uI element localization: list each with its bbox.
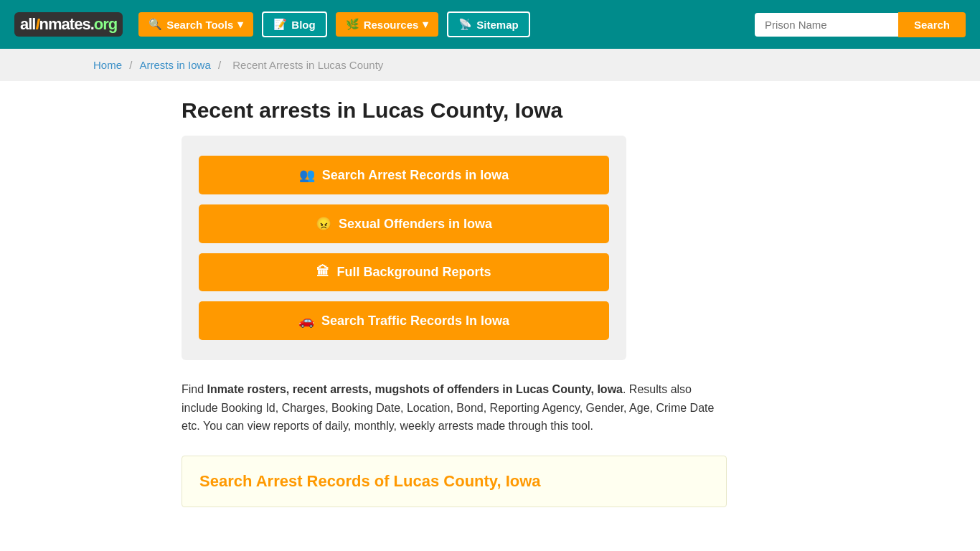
traffic-records-label: Search Traffic Records In Iowa [321, 314, 509, 329]
breadcrumb: Home / Arrests in Iowa / Recent Arrests … [0, 49, 980, 81]
chevron-down-icon-2: ▾ [423, 18, 428, 31]
prison-name-input[interactable] [755, 13, 898, 37]
sitemap-label: Sitemap [476, 19, 518, 31]
blog-button[interactable]: 📝 Blog [262, 11, 326, 37]
background-reports-icon: 🏛 [316, 265, 329, 280]
search-tools-button[interactable]: 🔍 Search Tools ▾ [138, 12, 253, 37]
resources-icon: 🌿 [346, 18, 359, 31]
background-reports-label: Full Background Reports [336, 265, 491, 280]
resources-button[interactable]: 🌿 Resources ▾ [336, 12, 439, 37]
page-title: Recent arrests in Lucas County, Iowa [182, 98, 798, 123]
traffic-records-button[interactable]: 🚗 Search Traffic Records In Iowa [199, 301, 609, 340]
header-search-button[interactable]: Search [898, 12, 966, 37]
bottom-heading: Search Arrest Records of Lucas County, I… [199, 472, 709, 491]
breadcrumb-arrests-iowa[interactable]: Arrests in Iowa [140, 59, 211, 71]
breadcrumb-current: Recent Arrests in Lucas County [232, 59, 383, 71]
logo[interactable]: allInmates.org [14, 12, 123, 37]
action-card: 👥 Search Arrest Records in Iowa 😠 Sexual… [182, 136, 626, 360]
chevron-down-icon: ▾ [237, 18, 243, 31]
breadcrumb-home[interactable]: Home [93, 59, 122, 71]
breadcrumb-sep-2: / [218, 59, 224, 71]
description-prefix: Find [182, 383, 207, 395]
background-reports-button[interactable]: 🏛 Full Background Reports [199, 253, 609, 291]
resources-label: Resources [364, 19, 419, 31]
search-tools-icon: 🔍 [149, 18, 162, 31]
logo-text: allInmates.org [14, 12, 123, 37]
sitemap-icon: 📡 [458, 18, 472, 31]
blog-icon: 📝 [273, 18, 287, 31]
description-bold: Inmate rosters, recent arrests, mugshots… [207, 383, 623, 395]
bottom-section: Search Arrest Records of Lucas County, I… [182, 456, 727, 507]
sexual-offenders-button[interactable]: 😠 Sexual Offenders in Iowa [199, 204, 609, 243]
arrest-records-icon: 👥 [299, 167, 315, 183]
sexual-offenders-icon: 😠 [316, 216, 331, 232]
arrest-records-label: Search Arrest Records in Iowa [322, 168, 509, 183]
main-content: Recent arrests in Lucas County, Iowa 👥 S… [167, 81, 813, 524]
search-tools-label: Search Tools [166, 19, 233, 31]
traffic-records-icon: 🚗 [298, 313, 314, 329]
site-header: allInmates.org 🔍 Search Tools ▾ 📝 Blog 🌿… [0, 0, 980, 49]
search-arrest-records-button[interactable]: 👥 Search Arrest Records in Iowa [199, 156, 609, 194]
header-search-area: Search [755, 12, 966, 37]
breadcrumb-sep-1: / [129, 59, 135, 71]
sitemap-button[interactable]: 📡 Sitemap [447, 11, 529, 37]
description-paragraph: Find Inmate rosters, recent arrests, mug… [182, 380, 727, 435]
sexual-offenders-label: Sexual Offenders in Iowa [339, 217, 492, 232]
blog-label: Blog [291, 19, 315, 31]
